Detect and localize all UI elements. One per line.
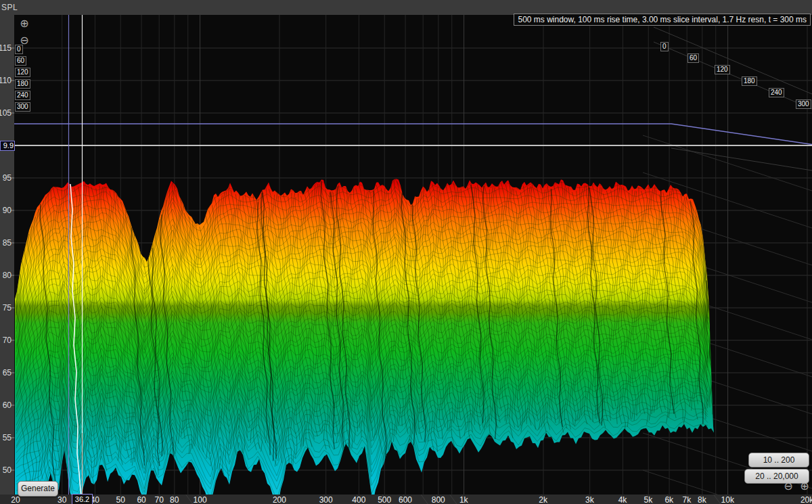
generate-button[interactable]: Generate <box>18 481 58 497</box>
analysis-settings-readout: 500 ms window, 100 ms rise time, 3.00 ms… <box>514 14 811 26</box>
range-10-200-button[interactable]: 10 .. 200 <box>748 453 809 467</box>
spl-axis-title: SPL <box>1 3 18 12</box>
zoom-in-icon[interactable]: ⊕ <box>18 18 30 30</box>
zoom-out-icon[interactable]: ⊖ <box>18 35 30 47</box>
waterfall-app-window: SPL 500 ms window, 100 ms rise time, 3.0… <box>0 0 812 504</box>
top-bar: SPL <box>0 0 812 15</box>
zoom-in-icon[interactable]: ⊕ <box>798 480 811 492</box>
zoom-out-icon[interactable]: ⊖ <box>782 480 794 492</box>
cursor-frequency-readout: 36.2 <box>72 494 93 504</box>
waterfall-plot-canvas[interactable] <box>0 0 812 504</box>
cursor-spl-readout: 9.9 <box>0 141 15 151</box>
